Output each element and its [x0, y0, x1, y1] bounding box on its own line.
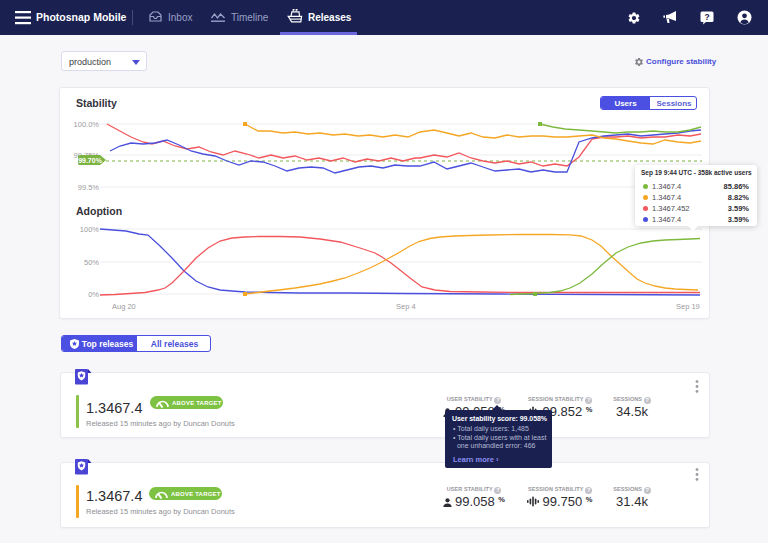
svg-text:?: ?: [704, 12, 709, 22]
svg-text:99.70%: 99.70%: [78, 157, 103, 164]
